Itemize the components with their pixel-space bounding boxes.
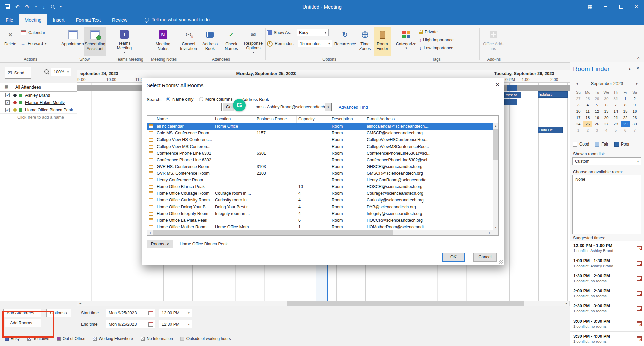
- calendar-day[interactable]: 28: [583, 96, 592, 102]
- table-row[interactable]: Conference Phone Line 63016301RoomConfer…: [147, 150, 493, 157]
- radio-icon[interactable]: [199, 97, 203, 101]
- show-as-select[interactable]: Busy ▾: [297, 29, 329, 36]
- calendar-day[interactable]: 11: [583, 108, 592, 115]
- calendar-day[interactable]: 10: [574, 108, 583, 115]
- send-button[interactable]: ✉ Send: [5, 67, 31, 79]
- attendee-checkbox[interactable]: ✓: [5, 100, 10, 105]
- calendar-day[interactable]: 27: [602, 121, 611, 127]
- available-rooms-listbox[interactable]: None: [572, 175, 641, 234]
- table-row[interactable]: Home Office Doing Your B...Doing Your Be…: [147, 204, 493, 210]
- time-zones-button[interactable]: Time Zones: [356, 27, 374, 56]
- start-time-select[interactable]: 12:00 PM ▾: [159, 309, 192, 317]
- table-row[interactable]: all hc calendarHome OfficeRoomallhccalen…: [147, 123, 493, 130]
- reminder-select[interactable]: 15 minutes ▾: [298, 40, 332, 47]
- calendar-day[interactable]: 17: [574, 115, 583, 121]
- table-row[interactable]: Home Office Curiosity RoomCuriosity room…: [147, 197, 493, 204]
- appointment-button[interactable]: Appointment: [62, 27, 84, 56]
- table-vertical-scrollbar[interactable]: ▲ ▼: [493, 123, 498, 230]
- meeting-notes-button[interactable]: N Meeting Notes: [152, 27, 174, 56]
- column-icon[interactable]: [147, 116, 155, 123]
- tab-review[interactable]: Review: [106, 14, 133, 25]
- address-book-select[interactable]: oms - Ashley.Brand@scienceandtech.o ▾: [242, 103, 332, 111]
- next-month-icon[interactable]: ▸: [636, 82, 638, 85]
- calendar-day[interactable]: 24: [574, 121, 583, 127]
- calendar-day[interactable]: 4: [583, 102, 592, 108]
- appointment-block[interactable]: trick ar: [504, 92, 521, 98]
- column-description[interactable]: Description: [330, 116, 365, 123]
- attendee-name[interactable]: Elamar Hakim Moully: [25, 100, 65, 105]
- calendar-day[interactable]: 3: [592, 127, 602, 134]
- calendar-day[interactable]: 25: [583, 121, 592, 127]
- attendee-name[interactable]: Home Office Blanca Peak: [25, 108, 73, 112]
- calendar-day[interactable]: 12: [592, 108, 602, 115]
- scroll-down-icon[interactable]: ▼: [493, 224, 498, 230]
- delete-button[interactable]: × Delete: [1, 27, 19, 56]
- ribbon-display-options-icon[interactable]: ▦: [582, 0, 598, 13]
- appointment-block[interactable]: [504, 99, 517, 105]
- table-row[interactable]: Henry Conference RoomRoomHenry.ConRoom@s…: [147, 177, 493, 183]
- calendar-day[interactable]: 1: [574, 127, 583, 134]
- advanced-find-link[interactable]: Advanced Find: [339, 105, 368, 110]
- calendar-day[interactable]: 1: [621, 96, 630, 102]
- private-button[interactable]: Private: [418, 28, 455, 35]
- search-input[interactable]: [147, 103, 222, 111]
- grid-horizontal-scrollbar[interactable]: ◄ ►: [77, 301, 570, 306]
- touch-mode-icon[interactable]: [50, 5, 55, 9]
- scroll-up-icon[interactable]: ▲: [493, 123, 498, 128]
- categorize-button[interactable]: Categorize ▾: [394, 27, 418, 56]
- table-row[interactable]: Home Office Mother RoomHome Office Moth.…: [147, 224, 493, 230]
- tab-meeting[interactable]: Meeting: [19, 14, 47, 25]
- calendar-day[interactable]: 29: [621, 121, 630, 127]
- appointment-block[interactable]: Edulasti: [538, 91, 568, 98]
- minimize-button[interactable]: [598, 0, 613, 13]
- calendar-day[interactable]: 7: [611, 102, 621, 108]
- attendee-name[interactable]: Ashley Brand: [25, 93, 50, 98]
- scroll-right-icon[interactable]: ►: [564, 301, 569, 306]
- column-location[interactable]: Location: [213, 116, 255, 123]
- save-icon[interactable]: [5, 4, 10, 9]
- table-row[interactable]: Conference Phone Line 6302RoomConference…: [147, 157, 493, 163]
- resize-grip[interactable]: [499, 260, 503, 264]
- date-picker-icon[interactable]: [148, 322, 153, 327]
- attendee-row[interactable]: ✓ Ashley Brand: [0, 92, 77, 99]
- collapse-ribbon-icon[interactable]: ^: [637, 56, 639, 61]
- tab-format-text[interactable]: Format Text: [70, 14, 106, 25]
- dialog-close-icon[interactable]: ×: [496, 81, 499, 89]
- zoom-select[interactable]: 100% ▾: [51, 68, 71, 76]
- rooms-arrow-button[interactable]: Rooms ->: [147, 240, 173, 248]
- calendar-day[interactable]: 15: [621, 108, 630, 115]
- scroll-left-icon[interactable]: ◄: [77, 301, 83, 306]
- table-row[interactable]: GVR HS. Conference Room3103RoomGHSCR@sci…: [147, 163, 493, 170]
- suggested-time-item[interactable]: 2:00 PM - 2:30 PM1 conflict, no rooms: [570, 286, 644, 301]
- calendar-day[interactable]: 2: [583, 127, 592, 134]
- calendar-day[interactable]: 14: [611, 108, 621, 115]
- high-importance-button[interactable]: ! High Importance: [418, 37, 455, 43]
- attendee-checkbox[interactable]: ✓: [5, 93, 10, 97]
- calendar-day[interactable]: 16: [630, 108, 639, 115]
- redo-icon[interactable]: ↷: [25, 4, 30, 9]
- suggested-time-item[interactable]: 2:30 PM - 3:00 PM1 conflict, no rooms: [570, 301, 644, 316]
- calendar-day[interactable]: 2: [630, 96, 639, 102]
- room-list-select[interactable]: Custom ▾: [572, 157, 641, 165]
- close-panel-icon[interactable]: ×: [636, 65, 639, 71]
- scrollbar-thumb[interactable]: [153, 230, 393, 235]
- calendar-day[interactable]: 13: [602, 108, 611, 115]
- cancel-invitation-button[interactable]: ✉× Cancel Invitation: [178, 27, 199, 56]
- low-importance-button[interactable]: ↓ Low Importance: [418, 45, 455, 51]
- column-email[interactable]: E-mail Address: [365, 116, 498, 123]
- name-only-radio[interactable]: Name only: [166, 97, 193, 102]
- tell-me-box[interactable]: Tell me what you want to do...: [145, 17, 213, 25]
- recurrence-button[interactable]: ↻ Recurrence: [334, 27, 356, 56]
- date-picker-icon[interactable]: [148, 311, 153, 315]
- selected-rooms-field[interactable]: Home Office Blanca Peak: [177, 240, 499, 248]
- more-columns-radio[interactable]: More columns: [199, 97, 233, 102]
- tab-insert[interactable]: Insert: [47, 14, 70, 25]
- radio-selected-icon[interactable]: [166, 97, 170, 101]
- end-time-select[interactable]: 12:30 PM ▾: [159, 320, 192, 328]
- cancel-button[interactable]: Cancel: [473, 253, 497, 262]
- scroll-left-icon[interactable]: ◄: [147, 230, 153, 235]
- address-book-button[interactable]: Address Book: [199, 27, 221, 56]
- table-row[interactable]: College View MS Conferen...RoomCollegeVi…: [147, 143, 493, 150]
- table-row[interactable]: Home Office Integrity RoomIntegrity room…: [147, 210, 493, 217]
- table-row[interactable]: Home Office Courage RoomCourage room in …: [147, 190, 493, 197]
